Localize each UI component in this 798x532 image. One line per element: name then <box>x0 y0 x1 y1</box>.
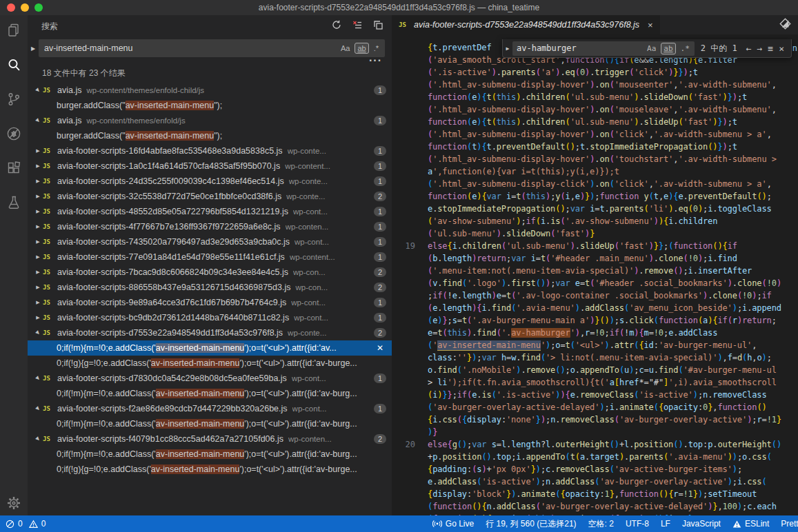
indentation-indicator[interactable]: 空格: 2 <box>588 518 614 530</box>
code-line[interactable]: ('.html_av-submenu-display-hover').on('m… <box>392 79 798 91</box>
code-line[interactable]: (function(){n.addClass('av-burger-overla… <box>392 500 798 513</box>
code-line[interactable]: {padding:(s)+'px 0px'});c.removeClass('a… <box>392 463 798 475</box>
code-line[interactable]: {display:'block'}).animate({opacity:1},f… <box>392 488 798 500</box>
clear-search-results-icon[interactable] <box>352 19 363 33</box>
code-line[interactable]: function(e){t(this).children('ul.sub-men… <box>392 116 798 128</box>
twistie-icon[interactable]: ▶ <box>33 269 43 275</box>
find-in-selection-icon[interactable]: ≡ <box>768 43 773 54</box>
code-line[interactable]: (v.find('.logo').first());var e=t('#head… <box>392 277 798 289</box>
code-line[interactable]: ('av-inserted-main-menu');o=t('<ul>').at… <box>392 339 798 351</box>
problems-indicator[interactable]: 0 0 <box>6 519 46 529</box>
code-line[interactable]: ('av-show-submenu');if(i.is('.av-show-su… <box>392 215 798 227</box>
find-regex-toggle[interactable]: .* <box>679 43 692 54</box>
code-line[interactable]: (e.length){i.find('.avia-menu').addClass… <box>392 302 798 314</box>
code-line[interactable]: function(e){var i=t(this);y(i,e)});funct… <box>392 190 798 203</box>
twistie-icon[interactable]: ▶ <box>32 115 43 126</box>
find-close-icon[interactable]: × <box>779 43 784 54</box>
twistie-icon[interactable]: ▶ <box>33 315 43 320</box>
twistie-icon[interactable]: ▶ <box>33 285 43 290</box>
twistie-icon[interactable]: ▶ <box>33 300 43 305</box>
search-match-row[interactable]: burger.addClass("av-inserted-main-menu")… <box>28 98 392 113</box>
search-match-row[interactable]: 0;if(!m){m=!0;e.addClass('av-inserted-ma… <box>28 416 392 431</box>
find-next-icon[interactable]: → <box>757 43 763 54</box>
code-line[interactable]: ('.is-active').parents('a').eq(0).trigge… <box>392 66 798 79</box>
twistie-icon[interactable]: ▶ <box>33 148 43 154</box>
refresh-icon[interactable] <box>331 19 342 33</box>
search-file-row[interactable]: ▶JSavia-footer-scripts-48552d85e05a72279… <box>28 204 392 219</box>
search-file-row[interactable]: ▶JSavia-footer-scripts-d7830dc0a54c29e8b… <box>28 371 392 386</box>
twistie-icon[interactable]: ▶ <box>33 224 43 229</box>
go-live-button[interactable]: Go Live <box>432 519 474 529</box>
code-line[interactable]: (b.length)return;var i=t('#header .main_… <box>392 252 798 265</box>
code-line[interactable]: ('.html_av-submenu-display-hover').on('m… <box>392 103 798 116</box>
code-line[interactable]: ('.html_av-submenu-display-click').on('c… <box>392 178 798 190</box>
toggle-search-details-button[interactable]: ··· <box>28 57 392 66</box>
whole-word-toggle[interactable]: ab <box>355 43 368 54</box>
code-line[interactable]: )} <box>392 426 798 438</box>
code-line[interactable]: e.addClass('is-active');n.addClass('av-b… <box>392 475 798 488</box>
search-file-row[interactable]: ▶JSavia.jswp-content/themes/enfold/js1 <box>28 113 392 128</box>
twistie-icon[interactable]: ▶ <box>32 373 43 384</box>
code-line[interactable]: 19else{i.children('ul.sub-menu').slideUp… <box>392 240 798 252</box>
formatter-indicator[interactable]: Prettier <box>781 519 798 529</box>
find-input[interactable]: av-hamburger Aa ab .* <box>512 41 695 56</box>
files-icon[interactable] <box>6 22 22 39</box>
twistie-icon[interactable]: ▶ <box>32 85 43 96</box>
twistie-icon[interactable]: ▶ <box>33 163 43 169</box>
search-match-row[interactable]: 0;if(!m){m=!0;e.addClass('av-inserted-ma… <box>28 447 392 462</box>
twistie-icon[interactable]: ▶ <box>33 254 43 260</box>
code-line[interactable]: class:''});var h=w.find('> li:not(.menu-… <box>392 351 798 364</box>
code-line[interactable]: o.find('.noMobile').remove();o.appendTo(… <box>392 364 798 376</box>
twistie-icon[interactable]: ▶ <box>32 433 43 444</box>
search-file-row[interactable]: ▶JSavia-footer-scripts-77e091a84d1e54d79… <box>28 249 392 265</box>
code-line[interactable]: e=t(this).find('.av-hamburger'),r=!0;if(… <box>392 327 798 339</box>
code-line[interactable]: ;if(!e.length)e=t('.av-logo-container .s… <box>392 289 798 302</box>
find-whole-word-toggle[interactable]: ab <box>661 43 675 54</box>
search-file-row[interactable]: ▶JSavia-footer-scripts-f2ae86de89cdcb7d4… <box>28 401 392 416</box>
cursor-position-indicator[interactable]: 行 19, 列 560 (已选择21) <box>486 518 576 530</box>
search-file-row[interactable]: ▶JSavia-footer-scripts-1a0c1f4a614d570cf… <box>28 158 392 174</box>
match-case-toggle[interactable]: Aa <box>339 43 352 53</box>
dismiss-match-icon[interactable]: ✕ <box>374 343 386 353</box>
code-line[interactable]: function(t){t.preventDefault();t.stopImm… <box>392 141 798 153</box>
code-line[interactable]: function(e){t(this).children('ul.sub-men… <box>392 91 798 103</box>
code-line[interactable]: > li');if(t.fn.avia_smoothscroll){t('a[h… <box>392 376 798 389</box>
search-input[interactable]: av-inserted-main-menu Aa ab .* <box>39 39 385 57</box>
toggle-replace-chevron-icon[interactable]: ▶ <box>28 45 39 52</box>
testing-icon[interactable] <box>6 194 22 211</box>
debug-disabled-icon[interactable] <box>6 125 22 142</box>
toggle-replace-chevron-icon[interactable]: ▶ <box>503 45 512 52</box>
twistie-icon[interactable]: ▶ <box>33 178 43 184</box>
search-match-row[interactable]: 0;if(!g){g=!0;e.addClass('av-inserted-ma… <box>28 356 392 371</box>
language-mode-indicator[interactable]: JavaScript <box>682 519 721 529</box>
split-editor-icon[interactable] <box>779 18 791 32</box>
eslint-status[interactable]: ESLint <box>732 519 769 529</box>
source-control-icon[interactable] <box>6 91 22 108</box>
code-line[interactable]: 20else{g();var s=l.length?l.outerHeight(… <box>392 438 798 451</box>
code-line[interactable]: (e)};s=t('.av-burger-menu-main a')}());s… <box>392 314 798 327</box>
search-file-row[interactable]: ▶JSavia-footer-scripts-9e89a64cce3d76c1f… <box>28 295 392 310</box>
code-line[interactable]: ('.html_av-submenu-display-hover').on('c… <box>392 128 798 141</box>
code-line[interactable]: ('.html_av-submenu-display-hover').on('t… <box>392 153 798 165</box>
eol-indicator[interactable]: LF <box>661 519 670 529</box>
search-match-row[interactable]: 0;if(!m){m=!0;e.addClass('av-inserted-ma… <box>28 340 392 356</box>
find-match-case-toggle[interactable]: Aa <box>645 43 658 54</box>
collapse-all-icon[interactable] <box>372 19 383 33</box>
search-file-row[interactable]: ▶JSavia-footer-scripts-f4079b1cc88ccc5ad… <box>28 431 392 447</box>
code-line[interactable]: a',function(e){var i=t(this);y(i,e)});t <box>392 165 798 178</box>
twistie-icon[interactable]: ▶ <box>32 327 43 338</box>
search-file-row[interactable]: ▶JSavia-footer-scripts-bc9db2d73612d1448… <box>28 310 392 325</box>
search-file-row[interactable]: ▶JSavia-footer-scripts-d7553e22a948549dd… <box>28 325 392 340</box>
code-line[interactable]: {i.css({display:'none'});n.removeClass('… <box>392 413 798 426</box>
twistie-icon[interactable]: ▶ <box>33 194 43 199</box>
code-line[interactable]: ('av-burger-overlay-active-delayed');i.a… <box>392 401 798 413</box>
search-match-row[interactable]: 0;if(!m){m=!0;e.addClass('av-inserted-ma… <box>28 386 392 401</box>
search-file-row[interactable]: ▶JSavia-footer-scripts-16fd4abfae8fac535… <box>28 143 392 158</box>
search-match-row[interactable]: burger.addClass("av-inserted-main-menu")… <box>28 128 392 143</box>
tab-close-icon[interactable]: × <box>648 20 653 30</box>
find-previous-icon[interactable]: ← <box>746 43 752 54</box>
twistie-icon[interactable]: ▶ <box>33 239 43 245</box>
code-line[interactable]: +p.position().top;i.appendTo(t(a.target)… <box>392 451 798 463</box>
code-line[interactable]: e.stopImmediatePropagation();var i=t.par… <box>392 203 798 215</box>
search-file-row[interactable]: ▶JSavia-footer-scripts-886558b437e9a5312… <box>28 280 392 295</box>
